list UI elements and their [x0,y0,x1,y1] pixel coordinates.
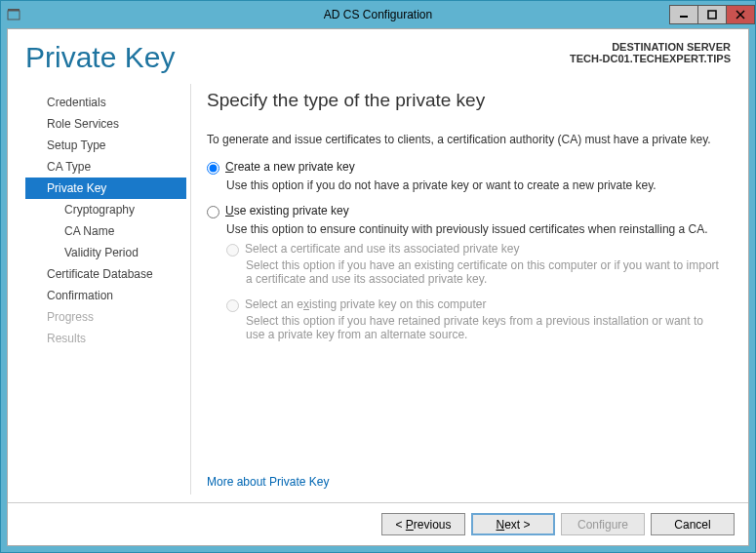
option-existing-row[interactable]: Use existing private key [207,204,725,218]
nav-item-validity-period[interactable]: Validity Period [25,242,186,263]
app-icon [1,8,26,21]
option-create-row[interactable]: Create a new private key [207,160,725,175]
titlebar: AD CS Configuration [1,1,755,28]
svg-rect-1 [8,9,20,11]
cancel-button[interactable]: Cancel [651,513,735,535]
footer: < Previous Next > Configure Cancel [8,502,748,545]
sidebar: CredentialsRole ServicesSetup TypeCA Typ… [25,84,186,494]
configure-button: Configure [561,513,645,535]
option-create-label: Create a new private key [225,160,355,174]
nav-item-confirmation[interactable]: Confirmation [25,285,186,306]
nav-item-results: Results [25,328,186,349]
sub-option-key-label: Select an existing private key on this c… [245,297,486,311]
destination-info: DESTINATION SERVER TECH-DC01.TECHEXPERT.… [570,41,731,64]
page-title: Private Key [25,41,570,74]
radio-select-cert [226,244,239,257]
close-button[interactable] [726,5,755,24]
window-controls [670,5,755,24]
intro-text: To generate and issue certificates to cl… [207,133,725,146]
option-existing-desc: Use this option to ensure continuity wit… [226,222,725,236]
svg-rect-0 [8,11,20,20]
window-title: AD CS Configuration [324,8,432,21]
destination-label: DESTINATION SERVER [570,41,731,53]
sub-option-cert-label: Select a certificate and use its associa… [245,242,519,256]
svg-rect-3 [708,11,716,19]
next-button[interactable]: Next > [471,513,555,535]
radio-existing[interactable] [207,206,219,218]
nav-item-ca-type[interactable]: CA Type [25,156,186,178]
option-create-desc: Use this option if you do not have a pri… [226,178,725,192]
radio-select-key [226,299,239,312]
sub-option-key-desc: Select this option if you have retained … [246,314,725,341]
nav-item-ca-name[interactable]: CA Name [25,220,186,242]
sub-option-cert-row: Select a certificate and use its associa… [226,242,725,257]
body: CredentialsRole ServicesSetup TypeCA Typ… [8,80,748,502]
destination-server: TECH-DC01.TECHEXPERT.TIPS [570,53,731,64]
nav-item-cryptography[interactable]: Cryptography [25,199,186,220]
nav-item-progress: Progress [25,306,186,328]
sub-option-key: Select an existing private key on this c… [226,297,725,353]
header: Private Key DESTINATION SERVER TECH-DC01… [8,29,748,80]
sub-option-cert-desc: Select this option if you have an existi… [246,258,725,286]
option-existing-label: Use existing private key [225,204,349,217]
previous-button[interactable]: < Previous [381,513,465,535]
radio-create[interactable] [207,162,219,175]
nav-item-setup-type[interactable]: Setup Type [25,135,186,156]
minimize-button[interactable] [669,5,698,24]
content-frame: Private Key DESTINATION SERVER TECH-DC01… [7,28,749,546]
maximize-button[interactable] [697,5,727,24]
main-heading: Specify the type of the private key [207,90,725,111]
nav-item-credentials[interactable]: Credentials [25,92,186,113]
wizard-window: AD CS Configuration Private Key DESTINAT… [0,0,756,553]
more-link[interactable]: More about Private Key [207,465,725,494]
sub-option-key-row: Select an existing private key on this c… [226,297,725,312]
sub-option-cert: Select a certificate and use its associa… [226,242,725,297]
nav-item-role-services[interactable]: Role Services [25,113,186,135]
nav-item-private-key[interactable]: Private Key [25,178,186,199]
nav-item-certificate-database[interactable]: Certificate Database [25,263,186,285]
main-panel: Specify the type of the private key To g… [190,84,731,494]
